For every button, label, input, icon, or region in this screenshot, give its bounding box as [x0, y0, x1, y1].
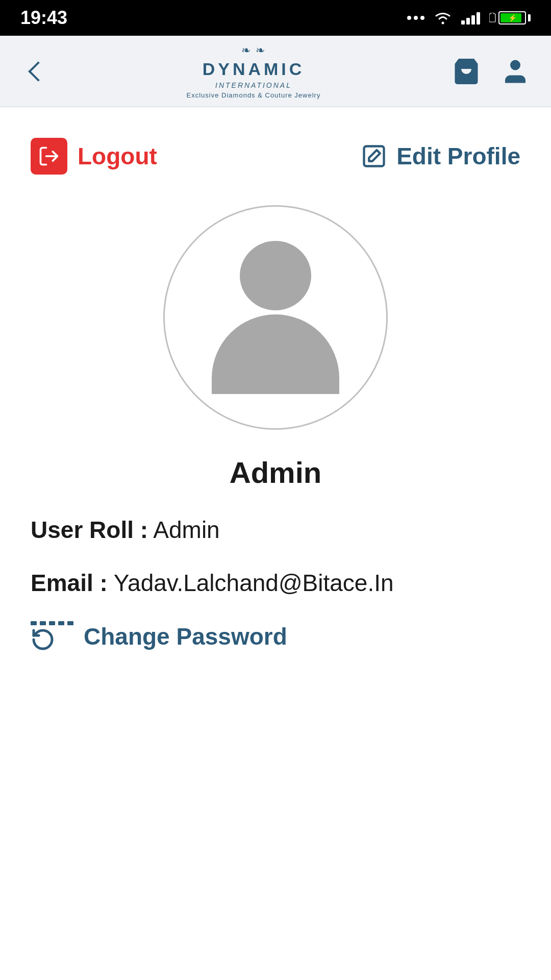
change-password-icon [31, 621, 73, 652]
user-roll-label: User Roll : [31, 517, 148, 543]
edit-profile-label: Edit Profile [396, 142, 520, 170]
account-button[interactable] [500, 56, 531, 87]
password-dots-icon [31, 621, 73, 625]
change-password-label: Change Password [84, 623, 287, 650]
email-row: Email : Yadav.Lalchand@Bitace.In [31, 568, 520, 599]
brand-name: DYNAMIC [203, 59, 305, 79]
logout-label: Logout [78, 142, 157, 170]
main-content: Logout Edit Profile Admin User Roll : Ad… [0, 107, 551, 682]
avatar-person-icon [209, 241, 342, 394]
svg-point-0 [442, 22, 444, 24]
avatar-body [212, 314, 339, 394]
signal-dots-icon [407, 16, 424, 20]
battery-icon: ⚡ [489, 11, 531, 24]
brand-subtitle: INTERNATIONAL [215, 81, 292, 89]
email-value: Yadav.Lalchand@Bitace.In [114, 570, 394, 596]
avatar [163, 205, 388, 430]
avatar-head [240, 241, 311, 310]
edit-icon [361, 143, 387, 169]
edit-profile-button[interactable]: Edit Profile [361, 142, 520, 170]
brand-ornament: ❧ ❧ [241, 44, 266, 57]
nav-icons [451, 56, 531, 87]
email-label: Email : [31, 570, 108, 596]
brand-logo: ❧ ❧ DYNAMIC INTERNATIONAL Exclusive Diam… [187, 44, 321, 99]
avatar-section [31, 205, 520, 430]
signal-bars-icon [461, 11, 480, 24]
change-password-button[interactable]: Change Password [31, 621, 520, 652]
navbar: ❧ ❧ DYNAMIC INTERNATIONAL Exclusive Diam… [0, 36, 551, 107]
status-icons: ⚡ [407, 10, 531, 26]
back-button[interactable] [20, 54, 56, 89]
logout-icon [31, 138, 67, 175]
user-roll-row: User Roll : Admin [31, 515, 520, 546]
user-roll-value: Admin [153, 517, 219, 543]
back-arrow-icon [28, 61, 48, 82]
username-display: Admin [31, 455, 520, 489]
status-time: 19:43 [20, 7, 67, 29]
logout-button[interactable]: Logout [31, 138, 157, 175]
svg-rect-1 [364, 146, 384, 166]
wifi-icon [434, 10, 452, 26]
cart-button[interactable] [451, 56, 482, 87]
action-row: Logout Edit Profile [31, 138, 520, 175]
status-bar: 19:43 ⚡ [0, 0, 551, 36]
brand-tagline: Exclusive Diamonds & Couture Jewelry [187, 91, 321, 99]
refresh-icon [31, 627, 55, 652]
